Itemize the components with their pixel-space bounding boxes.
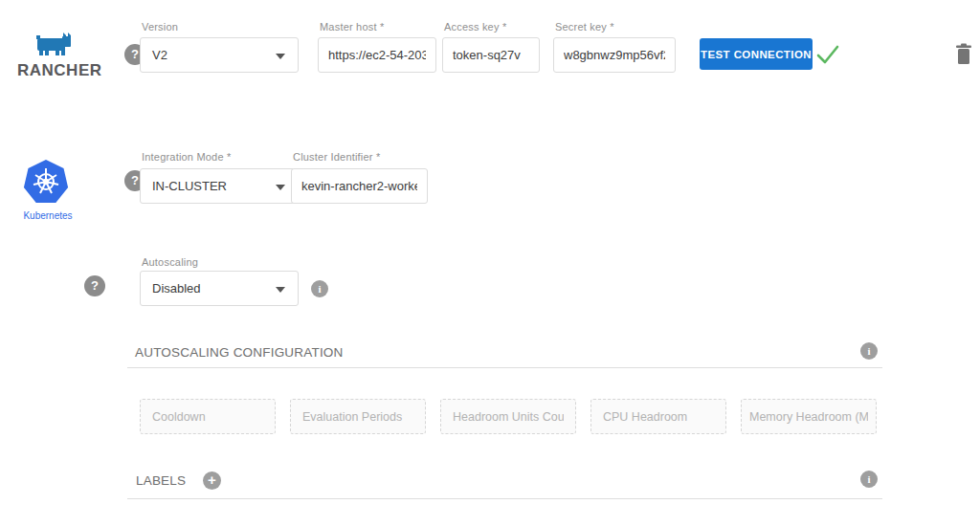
- labels-info-icon[interactable]: i: [860, 471, 878, 488]
- success-check-icon: [815, 44, 840, 65]
- autoscaling-configuration-title: AUTOSCALING CONFIGURATION: [135, 345, 344, 360]
- memory-headroom-input: [741, 399, 877, 434]
- autoscaling-dropdown[interactable]: Disabled: [140, 271, 299, 306]
- secret-key-input[interactable]: [553, 37, 676, 73]
- headroom-units-count-input: [440, 399, 576, 434]
- secret-key-label: Secret key *: [555, 21, 614, 33]
- autoscaling-label: Autoscaling: [142, 256, 198, 268]
- chevron-down-icon: [276, 54, 285, 59]
- master-host-label: Master host *: [320, 21, 384, 33]
- autoscaling-value: Disabled: [152, 281, 201, 296]
- access-key-label: Access key *: [444, 21, 506, 33]
- cooldown-input: [140, 399, 276, 434]
- cluster-identifier-label: Cluster Identifier *: [293, 151, 380, 163]
- autoscaling-help-icon[interactable]: ?: [84, 275, 105, 296]
- version-value: V2: [152, 48, 167, 62]
- kubernetes-logo: Kubernetes: [19, 159, 77, 221]
- autoscaling-info-icon[interactable]: i: [311, 280, 328, 297]
- version-dropdown[interactable]: V2: [140, 37, 299, 73]
- integration-mode-value: IN-CLUSTER: [152, 179, 227, 193]
- test-connection-button[interactable]: TEST CONNECTION: [700, 38, 813, 70]
- integration-mode-label: Integration Mode *: [142, 151, 232, 163]
- rancher-logo: RANCHER: [17, 32, 105, 80]
- cluster-identifier-input[interactable]: [291, 168, 428, 204]
- kubernetes-logo-text: Kubernetes: [19, 210, 77, 221]
- section-divider: [127, 498, 882, 499]
- integration-mode-dropdown[interactable]: IN-CLUSTER: [140, 168, 299, 204]
- rancher-bull-icon: [36, 32, 73, 57]
- kubernetes-helm-icon: [21, 159, 71, 207]
- chevron-down-icon: [276, 287, 285, 293]
- delete-trash-icon[interactable]: [955, 43, 972, 65]
- add-label-button[interactable]: +: [203, 471, 221, 490]
- version-label: Version: [142, 21, 178, 33]
- section-divider: [127, 367, 882, 368]
- rancher-logo-text: RANCHER: [17, 61, 105, 80]
- access-key-input[interactable]: [442, 37, 540, 73]
- cpu-headroom-input: [590, 399, 726, 434]
- integration-settings-page: { "icons": { "help": "?", "info": "i", "…: [0, 0, 980, 526]
- labels-title: LABELS: [136, 473, 186, 488]
- chevron-down-icon: [276, 185, 285, 190]
- master-host-input[interactable]: [318, 37, 436, 73]
- evaluation-periods-input: [290, 399, 426, 434]
- autoscaling-configuration-info-icon[interactable]: i: [860, 342, 878, 360]
